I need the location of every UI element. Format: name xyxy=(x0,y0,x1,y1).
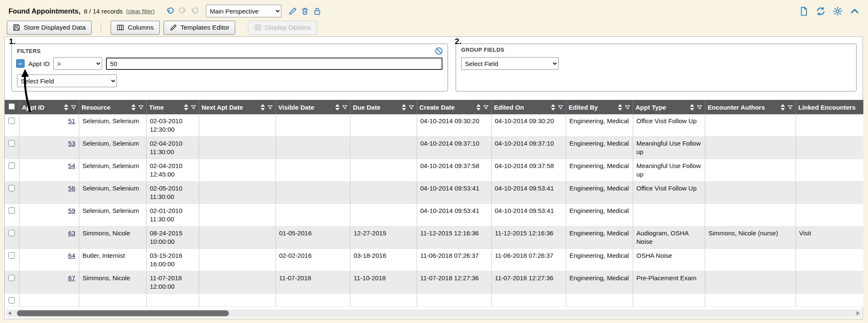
column-header-edited-by[interactable]: Edited By xyxy=(566,100,633,114)
column-header-visible-date[interactable]: Visible Date xyxy=(275,100,350,114)
cell-appt-id: 51 xyxy=(19,114,79,137)
filter-funnel-icon[interactable] xyxy=(787,105,793,110)
table-row: 64 Butler, Internist 03-15-2016 16:00:00… xyxy=(5,249,863,271)
group-field-select[interactable]: Select Field xyxy=(461,57,559,70)
refresh-icon[interactable] xyxy=(816,6,826,16)
appt-id-link[interactable]: 64 xyxy=(68,252,75,259)
scrollbar-thumb[interactable] xyxy=(17,310,229,316)
cell-appt-type: Office Visit Follow Up xyxy=(633,114,705,137)
sort-icon[interactable] xyxy=(131,104,136,110)
filter-funnel-icon[interactable] xyxy=(483,105,489,110)
filter-value-input[interactable] xyxy=(106,58,442,70)
toolbar: Store Displayed Data Columns Templates E… xyxy=(5,19,863,36)
lock-icon[interactable] xyxy=(313,7,322,16)
new-document-icon[interactable] xyxy=(799,6,809,16)
appt-id-link[interactable]: 54 xyxy=(68,162,75,169)
row-select-checkbox[interactable] xyxy=(8,163,15,169)
row-select-checkbox[interactable] xyxy=(8,252,15,259)
row-select-checkbox[interactable] xyxy=(8,118,15,124)
sort-icon[interactable] xyxy=(618,104,622,110)
sort-icon[interactable] xyxy=(402,104,406,110)
redo-icon xyxy=(178,7,187,16)
row-select-checkbox[interactable] xyxy=(8,185,15,191)
filter-funnel-icon[interactable] xyxy=(71,105,76,110)
column-header-due-date[interactable]: Due Date xyxy=(350,100,417,114)
appt-id-link[interactable]: 53 xyxy=(68,140,75,147)
scrollbar-track[interactable] xyxy=(13,310,854,316)
appt-id-link[interactable]: 67 xyxy=(68,274,75,282)
column-header-linked-encounters[interactable]: Linked Encounters xyxy=(796,100,863,114)
column-header-create-date[interactable]: Create Date xyxy=(417,100,491,114)
clear-filter-link[interactable]: (clear filter) xyxy=(126,8,155,14)
column-header-time[interactable]: Time xyxy=(146,100,199,114)
group-fields-panel: GROUP FIELDS Select Field xyxy=(456,44,857,91)
cell-due-date: 12-27-2015 xyxy=(350,226,417,249)
filter-funnel-icon[interactable] xyxy=(267,105,273,110)
filter-funnel-icon[interactable] xyxy=(409,105,414,110)
collapse-chevron-up-icon[interactable] xyxy=(850,6,860,16)
appt-id-link[interactable]: 63 xyxy=(68,229,75,237)
scroll-left-arrow[interactable] xyxy=(6,309,13,317)
select-all-checkbox[interactable] xyxy=(8,103,15,110)
cell-due-date xyxy=(350,159,417,182)
row-select-checkbox[interactable] xyxy=(8,230,15,236)
annotation-1: 1. xyxy=(9,37,16,46)
perspective-select[interactable]: Main Perspective xyxy=(206,5,281,17)
columns-icon xyxy=(117,24,124,31)
templates-editor-button[interactable]: Templates Editor xyxy=(164,21,235,35)
filter-operator-select[interactable]: > xyxy=(53,57,102,70)
row-select-checkbox[interactable] xyxy=(8,275,15,281)
edit-pencil-icon[interactable] xyxy=(288,7,297,16)
grid-icon xyxy=(254,24,262,31)
undo-icon[interactable] xyxy=(166,7,175,16)
column-header-edited-on[interactable]: Edited On xyxy=(491,100,566,114)
cell-resource: Selenium, Selenium xyxy=(79,114,146,137)
cell-appt-type: Audiogram, OSHA Noise xyxy=(633,226,705,249)
cell-linked-encounters xyxy=(796,249,863,271)
cell-time: 02-01-2010 11:30:00 xyxy=(146,204,199,226)
columns-button[interactable]: Columns xyxy=(111,21,159,35)
column-header-next-apt-date[interactable]: Next Apt Date xyxy=(199,100,275,114)
filter-funnel-icon[interactable] xyxy=(191,105,196,110)
horizontal-scrollbar[interactable] xyxy=(6,309,861,317)
row-select-checkbox[interactable] xyxy=(8,207,15,214)
filter-funnel-icon[interactable] xyxy=(625,105,630,110)
filter-funnel-icon[interactable] xyxy=(342,105,348,110)
sort-icon[interactable] xyxy=(184,104,188,110)
appt-id-link[interactable]: 56 xyxy=(68,185,75,192)
appt-id-link[interactable]: 51 xyxy=(68,117,75,124)
scroll-right-arrow[interactable] xyxy=(854,309,861,317)
remove-filter-minus-icon[interactable]: − xyxy=(16,59,25,68)
sort-icon[interactable] xyxy=(64,104,68,110)
cell-visible-date xyxy=(275,159,350,182)
row-select-checkbox[interactable] xyxy=(8,140,15,146)
filter-funnel-icon[interactable] xyxy=(697,105,702,110)
filter-funnel-icon[interactable] xyxy=(138,105,144,110)
sort-icon[interactable] xyxy=(551,104,555,110)
cell-time: 08-24-2015 10:00:00 xyxy=(146,226,199,249)
store-displayed-data-button[interactable]: Store Displayed Data xyxy=(7,21,92,35)
cell-time: 02-03-2010 12:30:00 xyxy=(146,114,199,137)
cell-appt-type xyxy=(633,204,705,226)
display-options-label: Display Options xyxy=(265,24,311,31)
cell-edited-on: 11-06-2018 07:26:37 xyxy=(491,249,566,271)
cell-encounter-authors xyxy=(705,114,796,137)
filter-funnel-icon[interactable] xyxy=(558,105,563,110)
settings-gear-icon[interactable] xyxy=(833,6,843,16)
row-select-checkbox[interactable] xyxy=(8,297,15,304)
sort-icon[interactable] xyxy=(335,104,339,110)
cell-visible-date: 11-07-2018 xyxy=(275,271,350,294)
column-header-appt-type[interactable]: Appt Type xyxy=(633,100,705,114)
cell-visible-date xyxy=(275,294,350,307)
column-header-resource[interactable]: Resource xyxy=(79,100,146,114)
appt-id-link[interactable]: 59 xyxy=(68,207,75,214)
sort-icon[interactable] xyxy=(781,104,785,110)
sort-icon[interactable] xyxy=(476,104,481,110)
cell-visible-date xyxy=(275,182,350,204)
clear-filters-circle-slash-icon[interactable] xyxy=(434,47,443,55)
delete-trash-icon[interactable] xyxy=(300,7,309,16)
cell-linked-encounters xyxy=(796,114,863,137)
sort-icon[interactable] xyxy=(261,104,265,110)
column-header-encounter-authors[interactable]: Encounter Authors xyxy=(705,100,796,114)
sort-icon[interactable] xyxy=(690,104,694,110)
